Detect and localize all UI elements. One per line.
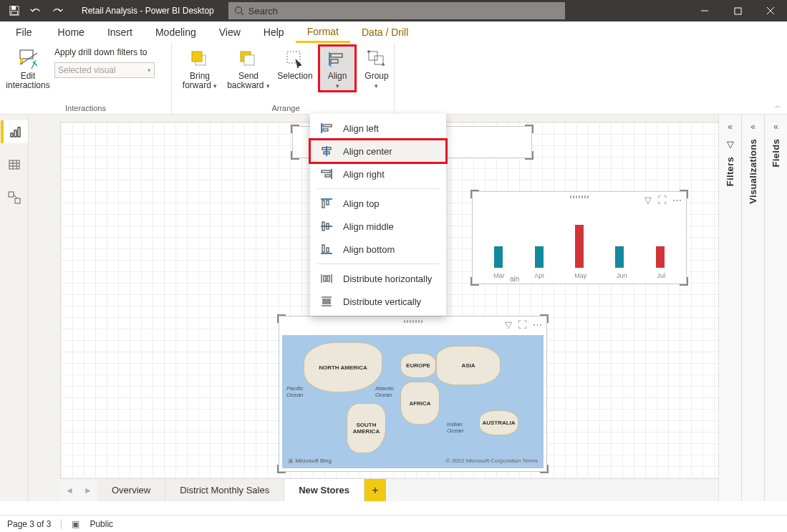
align-center-icon	[320, 145, 333, 157]
tab-nav-next[interactable]: ►	[79, 479, 97, 501]
selection-button[interactable]: Selection	[275, 46, 315, 81]
resize-handle[interactable]	[680, 190, 688, 198]
ribbon-tabs: File Home Insert Modeling View Help Form…	[0, 21, 787, 43]
send-backward-button[interactable]: Send backward ▾	[226, 46, 271, 91]
svg-rect-32	[15, 198, 20, 203]
align-center-item[interactable]: Align center	[310, 140, 446, 163]
map-body[interactable]: NORTH AMERICA EUROPE ASIA AFRICA SOUTH A…	[282, 335, 544, 468]
tab-view[interactable]: View	[208, 21, 252, 43]
filters-pane[interactable]: « ▽ Filters	[718, 115, 741, 501]
window-controls	[688, 0, 787, 21]
filter-icon[interactable]: ▽	[505, 319, 512, 330]
align-middle-icon	[320, 221, 333, 232]
search-placeholder: Search	[248, 6, 278, 16]
drag-handle[interactable]	[404, 320, 423, 323]
page-tabs: ◄ ► Overview District Monthly Sales New …	[60, 478, 718, 501]
resize-handle[interactable]	[291, 151, 299, 160]
resize-handle[interactable]	[277, 465, 286, 473]
chart-visual[interactable]: ▽ ⛶ ⋯ ain Mar Apr May Jun Jul	[472, 191, 687, 284]
page-tab-overview[interactable]: Overview	[97, 479, 165, 501]
distribute-horizontal-item[interactable]: Distribute horizontally	[310, 267, 446, 290]
statusbar: Page 3 of 3 ▣ Public	[0, 515, 787, 532]
svg-rect-36	[323, 129, 328, 131]
chevron-left-icon: «	[773, 122, 778, 132]
align-right-item[interactable]: Align right	[310, 163, 446, 185]
distribute-v-icon	[320, 296, 333, 307]
drag-handle[interactable]	[570, 195, 589, 198]
tab-help[interactable]: Help	[252, 21, 296, 43]
svg-rect-12	[192, 52, 202, 62]
resize-handle[interactable]	[540, 465, 549, 473]
tab-format[interactable]: Format	[296, 21, 350, 43]
tab-home[interactable]: Home	[47, 21, 96, 43]
tab-data-drill[interactable]: Data / Drill	[350, 21, 420, 43]
report-view-button[interactable]	[1, 120, 28, 143]
add-page-button[interactable]: +	[364, 479, 386, 501]
svg-rect-25	[18, 127, 20, 137]
svg-rect-45	[327, 200, 329, 205]
svg-rect-17	[331, 54, 342, 57]
tab-file[interactable]: File	[9, 21, 47, 43]
svg-point-21	[368, 51, 370, 53]
chart-plot	[478, 209, 680, 268]
svg-rect-50	[322, 245, 324, 252]
quick-access-toolbar	[0, 1, 72, 21]
map-visual[interactable]: ▽ ⛶ ⋯ This Year Sales by City and Chain …	[279, 316, 547, 472]
undo-button[interactable]	[26, 1, 46, 21]
close-button[interactable]	[754, 0, 787, 21]
svg-rect-31	[9, 192, 14, 197]
align-middle-item[interactable]: Align middle	[310, 215, 446, 238]
align-left-item[interactable]: Align left	[310, 117, 446, 140]
view-bar	[0, 115, 29, 501]
group-button[interactable]: Group▾	[359, 46, 394, 91]
resize-handle[interactable]	[525, 151, 533, 160]
ribbon-collapse-button[interactable]: ︿	[774, 101, 781, 111]
resize-handle[interactable]	[470, 277, 479, 286]
page-tab-newstores[interactable]: New Stores	[284, 479, 364, 501]
sensitivity-icon[interactable]: ▣	[72, 519, 79, 529]
focus-icon[interactable]: ⛶	[518, 319, 527, 330]
align-right-icon	[320, 168, 333, 180]
resize-handle[interactable]	[540, 314, 549, 323]
resize-handle[interactable]	[680, 277, 688, 286]
svg-rect-54	[324, 276, 326, 281]
align-button[interactable]: Align▾	[319, 46, 355, 91]
resize-handle[interactable]	[291, 125, 299, 133]
data-view-button[interactable]	[1, 153, 28, 176]
fields-pane[interactable]: « Fields	[764, 115, 787, 501]
page-tab-district[interactable]: District Monthly Sales	[165, 479, 284, 501]
svg-rect-44	[322, 200, 324, 208]
tab-modeling[interactable]: Modeling	[144, 21, 208, 43]
svg-point-3	[236, 7, 242, 14]
svg-rect-14	[244, 55, 254, 65]
resize-handle[interactable]	[277, 314, 286, 323]
focus-icon[interactable]: ⛶	[657, 195, 667, 205]
maximize-button[interactable]	[721, 0, 754, 21]
distribute-h-icon	[320, 273, 333, 284]
edit-interactions-button[interactable]: Edit interactions	[6, 46, 50, 90]
save-button[interactable]	[4, 1, 24, 21]
svg-point-22	[382, 64, 385, 66]
svg-rect-26	[9, 160, 19, 169]
svg-rect-35	[323, 125, 332, 127]
tab-insert[interactable]: Insert	[96, 21, 144, 43]
filter-icon[interactable]: ▽	[644, 195, 652, 205]
drill-filters-select[interactable]: Selected visual ▾	[54, 62, 155, 78]
align-bottom-item[interactable]: Align bottom	[310, 238, 446, 261]
align-top-item[interactable]: Align top	[310, 192, 446, 215]
search-box[interactable]: Search	[228, 2, 565, 19]
minimize-button[interactable]	[688, 0, 721, 21]
align-menu: Align left Align center Align right Alig…	[310, 114, 446, 316]
sensitivity-label[interactable]: Public	[90, 519, 113, 529]
svg-rect-18	[331, 59, 338, 63]
visualizations-pane[interactable]: « Visualizations	[741, 115, 764, 501]
redo-button[interactable]	[47, 1, 67, 21]
titlebar: Retail Analysis - Power BI Desktop Searc…	[0, 0, 787, 21]
drill-filters-label: Apply drill down filters to	[54, 46, 155, 60]
tab-nav-prev[interactable]: ◄	[60, 479, 79, 501]
resize-handle[interactable]	[525, 125, 533, 133]
distribute-vertical-item[interactable]: Distribute vertically	[310, 290, 446, 313]
resize-handle[interactable]	[470, 190, 479, 198]
bring-forward-button[interactable]: Bring forward ▾	[178, 46, 222, 91]
model-view-button[interactable]	[1, 186, 28, 209]
